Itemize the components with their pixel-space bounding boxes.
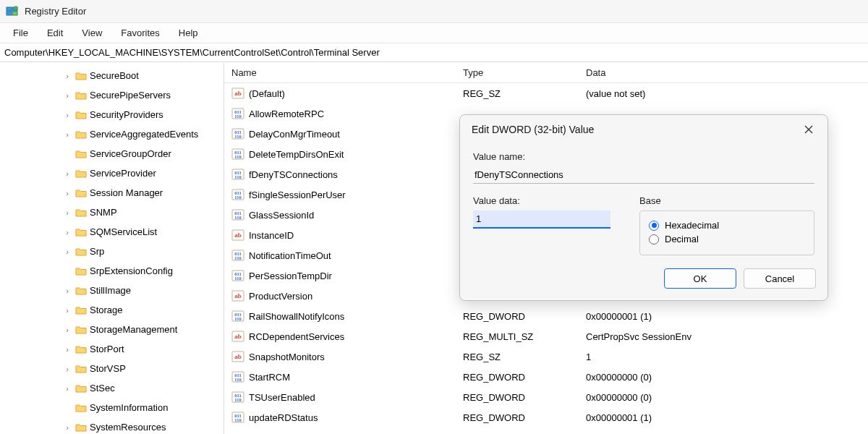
value-name: RCDependentServices	[249, 331, 344, 342]
tree-item-label: StillImage	[90, 285, 131, 296]
tree-item[interactable]: ›Srp	[0, 242, 224, 261]
chevron-right-icon[interactable]: ›	[62, 91, 72, 100]
tree-item[interactable]: ›StorVSP	[0, 359, 224, 378]
tree-item[interactable]: ›SecureBoot	[0, 66, 224, 85]
value-data: 0x00000001 (1)	[579, 311, 868, 322]
close-icon[interactable]	[799, 122, 819, 137]
tree-item[interactable]: ›StSec	[0, 378, 224, 398]
chevron-right-icon[interactable]: ›	[62, 306, 72, 315]
value-row[interactable]: abRCDependentServicesREG_MULTI_SZCertPro…	[224, 326, 868, 346]
tree-item[interactable]: ›Storage	[0, 300, 224, 320]
cancel-button[interactable]: Cancel	[744, 268, 816, 289]
value-type: REG_DWORD	[456, 372, 579, 383]
folder-icon	[75, 344, 87, 354]
value-type: REG_SZ	[456, 88, 579, 99]
tree-item[interactable]: ›SNMP	[0, 203, 224, 222]
radio-hexadecimal[interactable]: Hexadecimal	[649, 220, 805, 231]
dword-value-icon: 011110	[231, 391, 244, 404]
key-tree[interactable]: ›SecureBoot›SecurePipeServers›SecurityPr…	[0, 63, 224, 434]
col-header-data[interactable]: Data	[579, 67, 868, 78]
tree-item[interactable]: ›SQMServiceList	[0, 222, 224, 242]
chevron-right-icon[interactable]: ›	[62, 130, 72, 139]
tree-item[interactable]: SrpExtensionConfig	[0, 261, 224, 281]
value-type: REG_SZ	[456, 352, 579, 362]
value-name: DeleteTempDirsOnExit	[249, 149, 344, 160]
value-name: fDenyTSConnections	[249, 169, 338, 180]
value-row[interactable]: 011110updateRDStatusREG_DWORD0x00000001 …	[224, 407, 868, 427]
value-name-field[interactable]	[473, 166, 814, 184]
svg-text:ab: ab	[234, 333, 242, 340]
tree-item[interactable]: ServiceGroupOrder	[0, 144, 224, 163]
menu-view[interactable]: View	[75, 26, 109, 40]
folder-icon	[75, 71, 87, 81]
tree-item[interactable]: ›SecurityProviders	[0, 105, 224, 124]
tree-item[interactable]: ›ServiceAggregatedEvents	[0, 124, 224, 144]
menu-edit[interactable]: Edit	[40, 26, 70, 40]
tree-item[interactable]: ›Session Manager	[0, 183, 224, 203]
edit-dword-dialog: Edit DWORD (32-bit) Value Value name: Va…	[459, 114, 828, 301]
chevron-right-icon[interactable]: ›	[62, 384, 72, 393]
value-data-field[interactable]	[473, 210, 610, 229]
folder-icon	[75, 286, 87, 296]
tree-item[interactable]: ›ServiceProvider	[0, 163, 224, 183]
value-name: AllowRemoteRPC	[249, 109, 324, 119]
string-value-icon: ab	[231, 289, 244, 302]
svg-text:110: 110	[234, 134, 241, 139]
value-row[interactable]: ab(Default)REG_SZ(value not set)	[224, 83, 868, 103]
svg-text:110: 110	[234, 377, 241, 382]
radio-decimal[interactable]: Decimal	[649, 234, 805, 244]
tree-item[interactable]: ›StillImage	[0, 281, 224, 300]
value-data: CertPropSvc SessionEnv	[579, 331, 868, 342]
col-header-name[interactable]: Name	[224, 67, 456, 78]
value-type: REG_MULTI_SZ	[456, 331, 579, 342]
chevron-right-icon[interactable]: ›	[62, 111, 72, 119]
value-data: 0x00000000 (0)	[579, 392, 868, 403]
chevron-right-icon[interactable]: ›	[62, 326, 72, 334]
tree-item-label: StorageManagement	[90, 324, 177, 335]
value-row[interactable]: 011110StartRCMREG_DWORD0x00000000 (0)	[224, 367, 868, 387]
value-type: REG_DWORD	[456, 392, 579, 403]
chevron-right-icon[interactable]: ›	[62, 247, 72, 256]
value-name: ProductVersion	[249, 291, 312, 302]
chevron-right-icon[interactable]: ›	[62, 72, 72, 80]
string-value-icon: ab	[231, 330, 244, 343]
dword-value-icon: 011110	[231, 148, 244, 161]
value-data: 0x00000000 (0)	[579, 372, 868, 383]
folder-icon	[75, 227, 87, 237]
value-row[interactable]: 011110TSUserEnabledREG_DWORD0x00000000 (…	[224, 387, 868, 407]
chevron-right-icon[interactable]: ›	[62, 365, 72, 373]
string-value-icon: ab	[231, 229, 244, 242]
chevron-right-icon[interactable]: ›	[62, 228, 72, 237]
chevron-right-icon[interactable]: ›	[62, 286, 72, 295]
chevron-right-icon[interactable]: ›	[62, 345, 72, 354]
chevron-right-icon[interactable]: ›	[62, 189, 72, 197]
tree-item[interactable]: SystemInformation	[0, 398, 224, 417]
dword-value-icon: 011110	[231, 411, 244, 424]
tree-item-label: StorVSP	[90, 363, 126, 374]
menu-help[interactable]: Help	[171, 26, 205, 40]
address-bar[interactable]: Computer\HKEY_LOCAL_MACHINE\SYSTEM\Curre…	[0, 43, 868, 62]
tree-item[interactable]: ›StorageManagement	[0, 320, 224, 339]
value-row[interactable]: 011110RailShowallNotifyIconsREG_DWORD0x0…	[224, 306, 868, 326]
tree-item[interactable]: ›SystemResources	[0, 417, 224, 434]
menu-favorites[interactable]: Favorites	[114, 26, 166, 40]
folder-icon	[75, 129, 87, 140]
chevron-right-icon[interactable]: ›	[62, 423, 72, 432]
svg-text:ab: ab	[234, 292, 242, 299]
radio-dec-label: Decimal	[665, 234, 699, 244]
col-header-type[interactable]: Type	[456, 67, 579, 78]
value-name: GlassSessionId	[249, 210, 314, 221]
tree-item-label: SrpExtensionConfig	[90, 265, 173, 276]
folder-icon	[75, 188, 87, 198]
value-name: InstanceID	[249, 230, 294, 241]
base-group: Hexadecimal Decimal	[639, 210, 814, 255]
tree-item[interactable]: ›SecurePipeServers	[0, 85, 224, 105]
tree-item[interactable]: ›StorPort	[0, 339, 224, 359]
chevron-right-icon[interactable]: ›	[62, 169, 72, 178]
value-row[interactable]: abSnapshotMonitorsREG_SZ1	[224, 346, 868, 367]
dword-value-icon: 011110	[231, 127, 244, 140]
value-name: RailShowallNotifyIcons	[249, 311, 344, 322]
menu-file[interactable]: File	[6, 26, 35, 40]
chevron-right-icon[interactable]: ›	[62, 208, 72, 217]
ok-button[interactable]: OK	[664, 268, 736, 289]
